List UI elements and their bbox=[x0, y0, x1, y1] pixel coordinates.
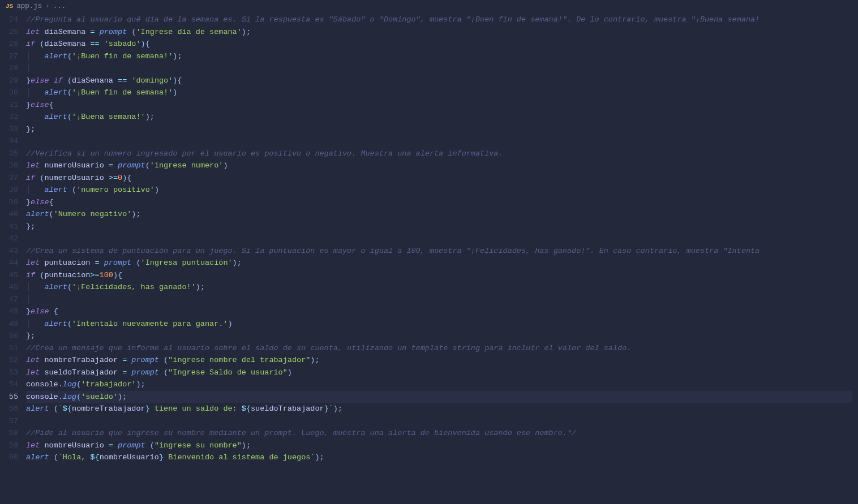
code-line[interactable] bbox=[26, 232, 852, 245]
line-number: 26 bbox=[0, 38, 18, 50]
line-number-gutter: 2425262728293031323334353637383940414243… bbox=[0, 14, 26, 504]
line-number: 46 bbox=[0, 281, 18, 294]
code-line[interactable]: let numeroUsuario = prompt('ingrese nume… bbox=[26, 160, 852, 172]
code-line[interactable]: }else if (diaSemana == 'domingo'){ bbox=[26, 75, 852, 87]
code-line[interactable]: alert('Numero negativo'); bbox=[26, 208, 852, 221]
code-line[interactable]: let nombreUsuario = prompt ("ingrese su … bbox=[26, 440, 852, 452]
line-number: 60 bbox=[0, 451, 18, 464]
code-line[interactable]: │ alert('¡Buen fin de semana!'); bbox=[26, 50, 852, 63]
line-number: 38 bbox=[0, 184, 18, 196]
code-line[interactable]: if (diaSemana == 'sabado'){ bbox=[26, 38, 852, 50]
code-line[interactable]: │ alert('Intentalo nuevamente para ganar… bbox=[26, 318, 852, 330]
code-line[interactable]: alert (`${nombreTrabajador} tiene un sal… bbox=[26, 403, 852, 415]
breadcrumb-file[interactable]: app.js bbox=[16, 2, 42, 10]
comment: //Crea un mensaje que informe al usuario… bbox=[26, 344, 631, 352]
code-line[interactable]: //Crea un sistema de puntuación para un … bbox=[26, 245, 852, 257]
comment: //Pide al usuario que ingrese su nombre … bbox=[26, 429, 576, 437]
line-number: 34 bbox=[0, 135, 18, 148]
code-line[interactable]: let puntuacion = prompt ('Ingresa puntua… bbox=[26, 257, 852, 269]
code-line[interactable]: }else{ bbox=[26, 99, 852, 111]
code-line-current[interactable]: console.log('sueldo'); bbox=[26, 391, 852, 403]
line-number: 32 bbox=[0, 111, 18, 123]
line-number: 30 bbox=[0, 87, 18, 99]
code-area[interactable]: //Pregunta al usuario qué día de la sema… bbox=[26, 14, 858, 504]
code-line[interactable]: │ bbox=[26, 62, 852, 75]
code-line[interactable]: }else{ bbox=[26, 196, 852, 209]
line-number: 27 bbox=[0, 50, 18, 63]
line-number: 33 bbox=[0, 123, 18, 136]
code-line[interactable]: }else { bbox=[26, 305, 852, 318]
line-number: 53 bbox=[0, 367, 18, 379]
line-number: 45 bbox=[0, 269, 18, 282]
breadcrumb-tail[interactable]: ... bbox=[53, 2, 66, 10]
code-line[interactable]: │ alert('¡Buen fin de semana!') bbox=[26, 87, 852, 99]
line-number: 43 bbox=[0, 245, 18, 257]
line-number: 55 bbox=[0, 391, 18, 403]
code-line[interactable]: │ alert ('numero positivo') bbox=[26, 184, 852, 196]
line-number: 35 bbox=[0, 148, 18, 160]
line-number: 28 bbox=[0, 62, 18, 75]
line-number: 58 bbox=[0, 427, 18, 440]
code-line[interactable]: }; bbox=[26, 330, 852, 342]
chevron-right-icon: › bbox=[45, 2, 50, 10]
line-number: 39 bbox=[0, 196, 18, 209]
code-line[interactable]: alert (`Hola, ${nombreUsuario} Bienvenid… bbox=[26, 451, 852, 464]
line-number: 49 bbox=[0, 318, 18, 330]
code-line[interactable]: alert('¡Buena semana!'); bbox=[26, 111, 852, 123]
code-line[interactable]: │ alert('¡Felicidades, has ganado!'); bbox=[26, 281, 852, 294]
code-line[interactable] bbox=[26, 415, 852, 428]
code-line[interactable]: let diaSemana = prompt ('Ingrese dia de … bbox=[26, 26, 852, 38]
line-number: 50 bbox=[0, 330, 18, 342]
code-line[interactable]: console.log('trabajador'); bbox=[26, 378, 852, 391]
line-number: 51 bbox=[0, 342, 18, 355]
file-icon-js: JS bbox=[6, 3, 13, 10]
comment: //Pregunta al usuario qué día de la sema… bbox=[26, 15, 760, 24]
line-number: 56 bbox=[0, 403, 18, 415]
code-line[interactable]: //Pide al usuario que ingrese su nombre … bbox=[26, 427, 852, 440]
line-number: 57 bbox=[0, 415, 18, 428]
line-number: 41 bbox=[0, 221, 18, 233]
code-line[interactable]: if (puntuacion>=100){ bbox=[26, 269, 852, 282]
line-number: 47 bbox=[0, 294, 18, 306]
code-line[interactable]: //Crea un mensaje que informe al usuario… bbox=[26, 342, 852, 355]
comment: //Crea un sistema de puntuación para un … bbox=[26, 247, 760, 255]
line-number: 29 bbox=[0, 75, 18, 87]
code-line[interactable]: //Pregunta al usuario qué día de la sema… bbox=[26, 14, 852, 26]
code-line[interactable]: │ bbox=[26, 294, 852, 306]
line-number: 42 bbox=[0, 232, 18, 245]
line-number: 31 bbox=[0, 99, 18, 111]
line-number: 59 bbox=[0, 440, 18, 452]
code-line[interactable]: }; bbox=[26, 123, 852, 136]
line-number: 52 bbox=[0, 354, 18, 367]
code-editor[interactable]: 2425262728293031323334353637383940414243… bbox=[0, 14, 858, 504]
line-number: 24 bbox=[0, 14, 18, 26]
code-line[interactable]: }; bbox=[26, 221, 852, 233]
code-line[interactable]: //Verifica si un número ingresado por el… bbox=[26, 148, 852, 160]
code-line[interactable]: let sueldoTrabajador = prompt ("Ingrese … bbox=[26, 367, 852, 379]
line-number: 25 bbox=[0, 26, 18, 38]
code-line[interactable]: if (numeroUsuario >=0){ bbox=[26, 172, 852, 184]
line-number: 54 bbox=[0, 378, 18, 391]
code-line[interactable]: let nombreTrabajador = prompt ("ingrese … bbox=[26, 354, 852, 367]
line-number: 40 bbox=[0, 208, 18, 221]
line-number: 36 bbox=[0, 160, 18, 172]
breadcrumb[interactable]: JS app.js › ... bbox=[0, 0, 858, 14]
line-number: 44 bbox=[0, 257, 18, 269]
code-line[interactable] bbox=[26, 135, 852, 148]
line-number: 37 bbox=[0, 172, 18, 184]
line-number: 48 bbox=[0, 305, 18, 318]
comment: //Verifica si un número ingresado por el… bbox=[26, 149, 503, 158]
